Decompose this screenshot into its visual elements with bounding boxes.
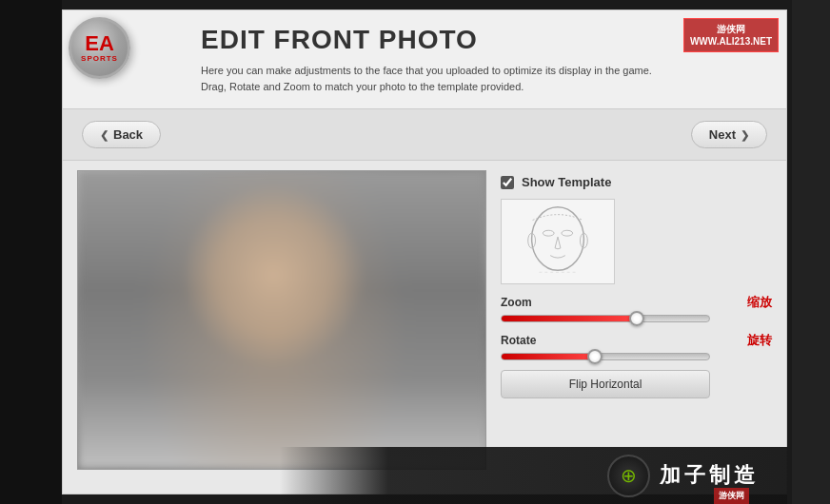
zoom-label-row: Zoom 缩放 xyxy=(501,294,772,311)
xbox-icon: ⊕ xyxy=(607,455,650,497)
navigation-bar: Back Next xyxy=(63,109,786,161)
bottom-watermark: 游侠网 xyxy=(714,488,749,504)
rotate-control: Rotate 旋转 xyxy=(501,332,772,360)
rotate-label-cn: 旋转 xyxy=(747,332,772,349)
face-image xyxy=(78,171,485,469)
svg-point-2 xyxy=(562,230,573,236)
next-arrow-icon xyxy=(741,127,749,142)
bottom-overlay: ⊕ 加子制造 游侠网 xyxy=(62,447,787,504)
ea-logo-subtext: SPORTS xyxy=(81,54,118,63)
ea-logo-text: EA xyxy=(85,33,114,54)
svg-point-1 xyxy=(543,230,554,236)
header-description: Here you can make adjustments to the fac… xyxy=(201,63,715,94)
show-template-row: Show Template xyxy=(501,175,772,189)
show-template-label[interactable]: Show Template xyxy=(522,175,611,189)
zoom-slider-fill xyxy=(502,316,637,321)
rotate-slider-thumb[interactable] xyxy=(587,349,603,364)
template-preview xyxy=(501,199,615,284)
photo-display[interactable] xyxy=(77,170,486,470)
side-panel-right xyxy=(792,0,830,504)
xbox-text: 加子制造 xyxy=(660,461,759,490)
ea-logo: EA SPORTS xyxy=(69,17,130,79)
side-panel-left xyxy=(0,0,62,504)
rotate-slider-fill xyxy=(502,354,595,359)
next-button[interactable]: Next xyxy=(691,121,767,148)
show-template-checkbox[interactable] xyxy=(501,176,514,189)
rotate-slider-track[interactable] xyxy=(501,353,710,360)
template-face-svg xyxy=(502,200,614,283)
zoom-control: Zoom 缩放 xyxy=(501,294,772,322)
back-button[interactable]: Back xyxy=(82,121,161,148)
main-panel: EDIT FRONT PHOTO Here you can make adjus… xyxy=(62,10,787,494)
rotate-label-row: Rotate 旋转 xyxy=(501,332,772,349)
header: EDIT FRONT PHOTO Here you can make adjus… xyxy=(63,10,786,109)
back-arrow-icon xyxy=(100,127,109,142)
zoom-slider-thumb[interactable] xyxy=(629,311,644,326)
zoom-label-cn: 缩放 xyxy=(747,294,772,311)
flip-horizontal-button[interactable]: Flip Horizontal xyxy=(501,370,710,398)
rotate-label: Rotate xyxy=(501,334,536,347)
watermark-top: 游侠网 WWW.ALI213.NET xyxy=(683,18,779,52)
zoom-label: Zoom xyxy=(501,296,532,309)
zoom-slider-track[interactable] xyxy=(501,315,710,322)
